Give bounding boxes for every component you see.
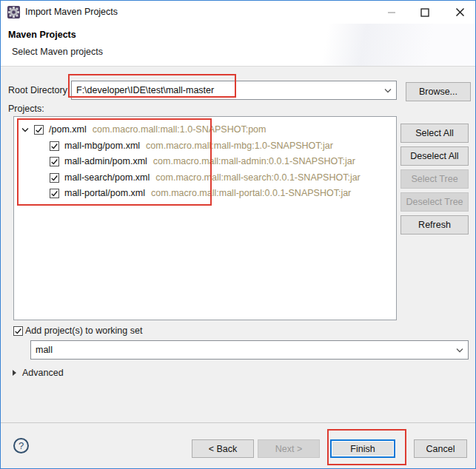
tree-item-mall-portal[interactable]: mall-portal/pom.xml com.macro.mall:mall-… <box>14 186 396 200</box>
refresh-button[interactable]: Refresh <box>400 215 469 234</box>
wizard-subtitle: Select Maven projects <box>12 47 103 57</box>
wizard-header: Maven Projects Select Maven projects <box>1 24 475 67</box>
back-button[interactable]: < Back <box>192 439 254 458</box>
working-set-checkbox[interactable] <box>13 326 23 336</box>
cancel-button[interactable]: Cancel <box>414 439 467 458</box>
help-button[interactable]: ? <box>13 438 29 453</box>
tree-item-gav: com.macro.mall:mall-admin:0.0.1-SNAPSHOT… <box>153 156 355 166</box>
root-directory-label: Root Directory: <box>8 85 70 95</box>
advanced-label[interactable]: Advanced <box>22 368 64 378</box>
select-all-button[interactable]: Select All <box>400 124 469 143</box>
minimize-button[interactable] <box>379 1 404 24</box>
close-icon <box>455 7 465 17</box>
tree-item-name: mall-portal/pom.xml <box>64 188 145 198</box>
projects-label: Projects: <box>8 104 44 114</box>
footer-separator <box>1 422 475 423</box>
check-icon <box>14 327 22 335</box>
checkbox[interactable] <box>50 141 59 151</box>
check-icon <box>35 126 43 134</box>
maven-import-icon <box>7 6 20 18</box>
tree-item-name: /pom.xml <box>49 124 87 135</box>
working-set-combo[interactable] <box>30 340 469 360</box>
checkbox[interactable] <box>50 157 59 166</box>
checkbox[interactable] <box>50 189 59 198</box>
checkbox[interactable] <box>34 125 44 135</box>
tree-item-gav: com.macro.mall:mall:1.0-SNAPSHOT:pom <box>93 124 267 135</box>
select-tree-button[interactable]: Select Tree <box>400 169 469 189</box>
window-title: Import Maven Projects <box>25 7 118 17</box>
tree-item-name: mall-search/pom.xml <box>64 172 150 183</box>
root-directory-combo[interactable] <box>71 81 397 100</box>
tree-item-mall-admin[interactable]: mall-admin/pom.xml com.macro.mall:mall-a… <box>14 154 396 169</box>
deselect-tree-button[interactable]: Deselect Tree <box>400 192 469 212</box>
tree-item-mall-search[interactable]: mall-search/pom.xml com.macro.mall:mall-… <box>14 170 396 185</box>
checkbox[interactable] <box>50 173 59 183</box>
tree-item-name: mall-admin/pom.xml <box>64 156 147 166</box>
check-icon <box>50 189 58 198</box>
root-directory-input[interactable] <box>72 81 380 99</box>
wizard-title: Maven Projects <box>8 30 76 40</box>
next-button[interactable]: Next > <box>258 439 320 458</box>
deselect-all-button[interactable]: Deselect All <box>400 146 469 166</box>
title-bar[interactable]: Import Maven Projects <box>1 1 475 24</box>
check-icon <box>50 142 58 150</box>
advanced-expander-icon[interactable] <box>13 370 16 376</box>
working-set-label: Add project(s) to working set <box>25 325 142 336</box>
tree-item-gav: com.macro.mall:mall-search:0.0.1-SNAPSHO… <box>155 172 360 183</box>
tree-item-name: mall-mbg/pom.xml <box>64 141 140 151</box>
tree-item-pom[interactable]: /pom.xml com.macro.mall:mall:1.0-SNAPSHO… <box>14 122 396 137</box>
expand-chevron-icon[interactable] <box>21 126 29 133</box>
minimize-icon <box>387 8 396 17</box>
projects-tree[interactable]: /pom.xml com.macro.mall:mall:1.0-SNAPSHO… <box>13 116 397 320</box>
check-icon <box>50 158 58 166</box>
close-button[interactable] <box>447 1 472 24</box>
browse-button[interactable]: Browse... <box>406 82 471 101</box>
help-icon: ? <box>19 440 24 451</box>
tree-item-gav: com.macro.mall:mall-mbg:1.0-SNAPSHOT:jar <box>146 141 333 151</box>
check-icon <box>50 174 58 182</box>
maximize-button[interactable] <box>412 1 438 24</box>
finish-button[interactable]: Finish <box>330 439 395 458</box>
tree-item-gav: com.macro.mall:mall-portal:0.0.1-SNAPSHO… <box>151 188 351 198</box>
combo-chevron-icon[interactable] <box>452 341 468 359</box>
tree-item-mall-mbg[interactable]: mall-mbg/pom.xml com.macro.mall:mall-mbg… <box>14 138 396 153</box>
working-set-input[interactable] <box>31 341 452 359</box>
maximize-icon <box>420 8 429 17</box>
combo-chevron-icon[interactable] <box>380 81 396 99</box>
import-maven-projects-dialog: Import Maven Projects Maven Projects Sel… <box>0 0 476 469</box>
